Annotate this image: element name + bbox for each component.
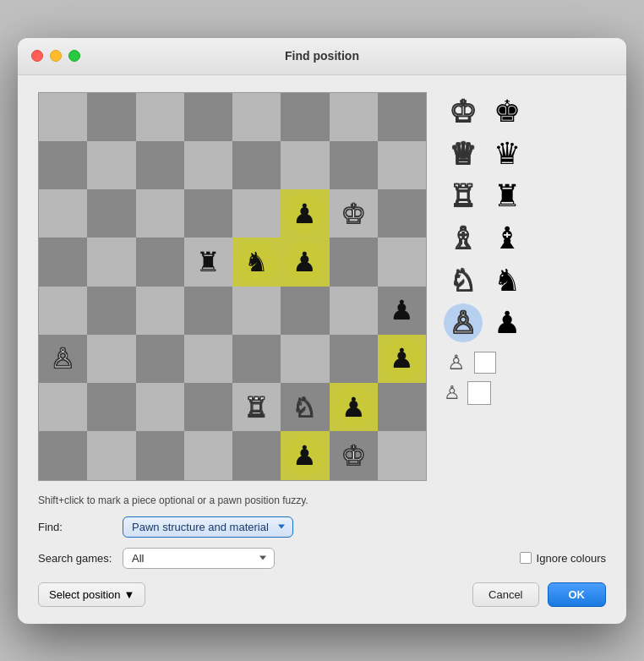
side-piece-bishop-black[interactable]: ♝	[488, 219, 527, 258]
board-cell[interactable]	[136, 431, 184, 479]
board-cell[interactable]	[378, 93, 426, 141]
board-cell[interactable]	[184, 431, 232, 479]
board-cell[interactable]: ♘	[281, 383, 329, 431]
color-picker-box[interactable]	[474, 352, 496, 374]
side-piece-queen-black[interactable]: ♛	[488, 134, 527, 173]
side-piece-bishop-white[interactable]: ♗	[444, 219, 483, 258]
board-cell[interactable]	[232, 287, 281, 335]
ignore-colours-checkbox[interactable]	[520, 552, 532, 564]
board-cell[interactable]: ♟	[281, 238, 329, 286]
piece: ♘	[292, 391, 317, 423]
board-cell[interactable]	[136, 287, 184, 335]
board-cell[interactable]	[87, 93, 135, 141]
board-cell[interactable]	[87, 141, 135, 189]
board-cell[interactable]	[136, 141, 184, 189]
board-cell[interactable]	[87, 238, 135, 286]
search-label: Search games:	[38, 552, 114, 565]
board-cell[interactable]	[330, 141, 378, 189]
board-cell[interactable]: ♟	[281, 431, 329, 479]
board-cell[interactable]	[39, 238, 87, 286]
side-piece-queen-white[interactable]: ♕	[444, 134, 483, 173]
side-piece-knight-white[interactable]: ♘	[444, 261, 483, 300]
eraser-area: ♙	[444, 381, 491, 405]
side-piece-pawn-white[interactable]: ♙	[444, 303, 483, 342]
side-piece-king-white[interactable]: ♔	[444, 92, 483, 131]
board-cell[interactable]	[232, 431, 281, 479]
ignore-colours-row: Ignore colours	[520, 552, 606, 565]
board-cell[interactable]: ♞	[232, 238, 281, 286]
chess-board[interactable]: ♟♔♜♞♟♟♙♟♖♘♟♟♔	[38, 92, 427, 481]
board-cell[interactable]: ♜	[184, 238, 232, 286]
ok-button[interactable]: OK	[548, 582, 607, 607]
piece: ♟	[390, 294, 414, 326]
board-cell[interactable]	[184, 141, 232, 189]
board-cell[interactable]	[39, 141, 87, 189]
board-cell[interactable]	[184, 335, 232, 383]
footer-left: Select position ▼	[38, 582, 145, 607]
board-cell[interactable]	[232, 93, 281, 141]
side-piece-pawn-black[interactable]: ♟	[488, 303, 527, 342]
board-cell[interactable]	[39, 383, 87, 431]
board-cell[interactable]: ♙	[39, 335, 87, 383]
maximize-button[interactable]	[68, 50, 80, 62]
board-cell[interactable]	[330, 238, 378, 286]
board-cell[interactable]: ♔	[330, 189, 378, 238]
board-cell[interactable]	[39, 189, 87, 238]
board-cell[interactable]	[330, 335, 378, 383]
board-cell[interactable]	[87, 431, 135, 479]
board-cell[interactable]	[136, 189, 184, 238]
board-cell[interactable]	[87, 189, 135, 238]
board-cell[interactable]	[136, 335, 184, 383]
board-cell[interactable]	[378, 238, 426, 286]
select-position-button[interactable]: Select position ▼	[38, 582, 145, 607]
find-select-wrapper: Pawn structure and materialExact positio…	[123, 516, 293, 538]
board-cell[interactable]	[330, 93, 378, 141]
side-piece-rook-black[interactable]: ♜	[488, 177, 527, 216]
board-cell[interactable]	[184, 287, 232, 335]
board-cell[interactable]: ♟	[330, 383, 378, 431]
piece: ♖	[244, 391, 269, 423]
board-cell[interactable]: ♖	[232, 383, 281, 431]
board-cell[interactable]: ♟	[281, 189, 329, 238]
board-cell[interactable]	[232, 189, 281, 238]
board-cell[interactable]: ♟	[378, 335, 426, 383]
board-cell[interactable]	[281, 141, 329, 189]
select-position-chevron: ▼	[124, 588, 135, 601]
board-cell[interactable]	[39, 93, 87, 141]
board-cell[interactable]	[232, 141, 281, 189]
board-cell[interactable]	[378, 189, 426, 238]
board-cell[interactable]	[87, 287, 135, 335]
select-position-label: Select position	[49, 588, 121, 601]
side-piece-king-black[interactable]: ♚	[488, 92, 527, 131]
board-cell[interactable]	[378, 431, 426, 479]
board-cell[interactable]	[281, 335, 329, 383]
board-cell[interactable]	[184, 383, 232, 431]
board-cell[interactable]	[136, 238, 184, 286]
board-cell[interactable]	[136, 93, 184, 141]
find-select[interactable]: Pawn structure and materialExact positio…	[123, 516, 293, 538]
color-box[interactable]	[467, 381, 491, 405]
window-title: Find position	[285, 49, 359, 63]
board-cell[interactable]: ♔	[330, 431, 378, 479]
cancel-button[interactable]: Cancel	[472, 582, 538, 607]
board-cell[interactable]	[184, 189, 232, 238]
side-piece-rook-white[interactable]: ♖	[444, 177, 483, 216]
minimize-button[interactable]	[50, 50, 62, 62]
board-cell[interactable]: ♟	[378, 287, 426, 335]
board-cell[interactable]	[39, 431, 87, 479]
search-select[interactable]: AllWhiteBlack	[123, 548, 275, 569]
board-cell[interactable]	[378, 141, 426, 189]
close-button[interactable]	[31, 50, 43, 62]
side-piece-knight-black[interactable]: ♞	[488, 261, 527, 300]
board-cell[interactable]	[87, 335, 135, 383]
board-cell[interactable]	[232, 335, 281, 383]
board-cell[interactable]	[136, 383, 184, 431]
board-cell[interactable]	[184, 93, 232, 141]
board-cell[interactable]	[39, 287, 87, 335]
board-cell[interactable]	[281, 287, 329, 335]
board-cell[interactable]	[378, 383, 426, 431]
board-cell[interactable]	[87, 383, 135, 431]
board-cell[interactable]	[281, 93, 329, 141]
eraser-pawn-icon[interactable]: ♙	[447, 351, 466, 374]
board-cell[interactable]	[330, 287, 378, 335]
